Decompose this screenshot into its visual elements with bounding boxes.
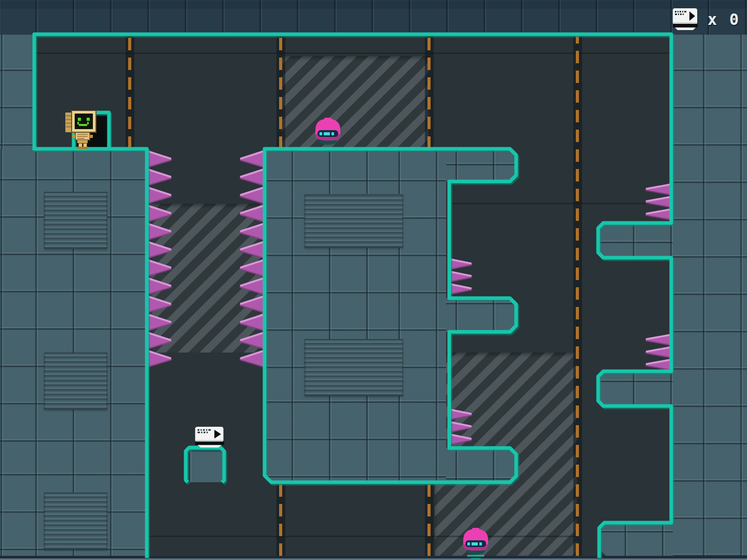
background-seam [449,203,671,204]
vent-grille [44,353,107,410]
platform [446,298,516,332]
hud-collectible-counter: x 0 [708,10,740,29]
platform [598,223,673,258]
doorway [74,113,109,149]
tape-card-icon [672,8,698,30]
game-screen[interactable]: x 0 [0,0,747,560]
game-playfield[interactable] [0,0,747,560]
platform [446,448,516,482]
hud-collectible-card-icon [672,8,698,30]
vent-grille [44,192,107,249]
bottom-edge-strip [0,556,747,560]
hatched-background [281,56,429,149]
top-status-bar [0,0,747,34]
screen-boundary-dashed-line [427,484,431,556]
hatched-background [150,204,263,353]
platform [446,149,516,181]
vent-grille [305,339,403,396]
screen-boundary-dashed-line [279,484,282,556]
screen-boundary-dashed-line [279,36,282,149]
background-seam [147,536,577,537]
platform [186,447,224,482]
screen-boundary-dashed-line [128,36,131,149]
platform [599,523,673,556]
screen-boundary-dashed-line [576,36,579,556]
outer-wall-tiles [673,34,747,556]
screen-boundary-dashed-line [427,36,431,149]
platform [598,371,673,406]
vent-grille [305,194,403,248]
vent-grille [44,493,107,550]
